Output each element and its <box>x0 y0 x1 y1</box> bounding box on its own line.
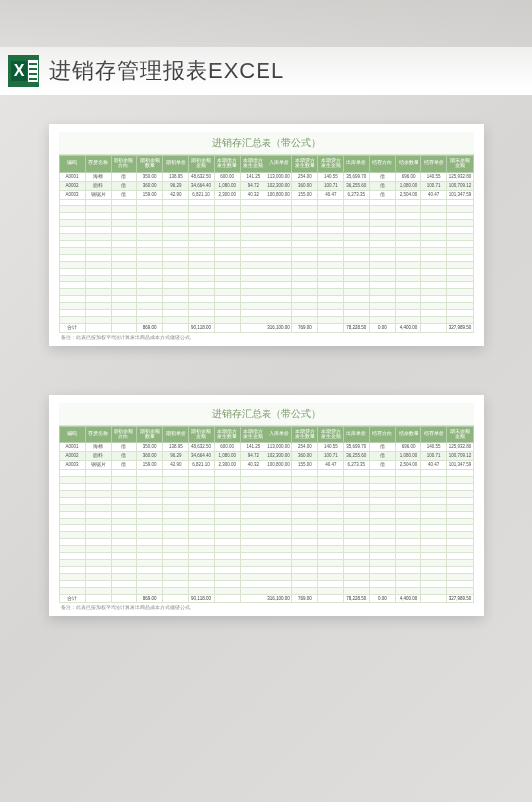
table-cell: 借 <box>369 460 395 469</box>
excel-icon: X <box>8 55 39 87</box>
total-cell: 0.00 <box>369 323 395 332</box>
table-cell: 40.47 <box>318 460 343 469</box>
total-cell <box>163 594 189 602</box>
table-cell: 155.00 <box>292 460 318 469</box>
table-cell: 94.72 <box>240 181 266 190</box>
table-cell: 100.71 <box>421 181 447 190</box>
table-cell: 6,273.35 <box>343 190 369 199</box>
empty-row <box>59 483 473 490</box>
empty-row <box>59 566 473 573</box>
column-header: 入库单价 <box>266 426 292 442</box>
empty-row <box>59 275 473 281</box>
table-cell: 35,699.70 <box>343 172 369 181</box>
empty-row <box>59 573 473 580</box>
column-header: 期初余额金额 <box>189 426 214 442</box>
table-cell: 海棉 <box>85 442 111 451</box>
table-cell: 借 <box>111 181 136 190</box>
total-cell: 327,989.50 <box>447 323 473 332</box>
table-cell: 94.72 <box>240 451 266 460</box>
table-cell: 140.55 <box>421 442 447 451</box>
table-cell: 140.55 <box>421 172 447 181</box>
table-cell: 138.95 <box>163 172 189 181</box>
column-header: 本期贷方发生金额 <box>318 426 343 442</box>
empty-row <box>59 309 473 316</box>
table-cell: 360.00 <box>292 181 318 190</box>
table-cell: 35,699.70 <box>343 442 369 451</box>
table-cell: A0001 <box>59 442 85 451</box>
empty-row <box>59 281 473 288</box>
table-cell: 113,000.00 <box>266 442 292 451</box>
table-cell: 155.00 <box>292 190 318 199</box>
table-cell: 钢锯片 <box>85 460 111 469</box>
table-cell: 1,080.00 <box>395 181 420 190</box>
table-cell: 100,709.12 <box>447 451 473 460</box>
table-cell: A0002 <box>59 181 85 190</box>
empty-row <box>59 233 473 240</box>
empty-row <box>59 205 473 212</box>
excel-icon-letter: X <box>11 61 27 81</box>
table-cell: 101,347.59 <box>447 460 473 469</box>
table-cell: 360.00 <box>137 451 163 460</box>
empty-row <box>59 497 473 504</box>
table-cell: 48,632.50 <box>189 172 214 181</box>
total-cell: 769.00 <box>292 594 318 602</box>
table-cell: 113,000.00 <box>266 172 292 181</box>
table-cell: 696.00 <box>395 172 420 181</box>
total-cell: 869.00 <box>137 323 163 332</box>
column-header: 本期借方发生数量 <box>214 156 240 173</box>
total-cell <box>240 323 266 332</box>
footnote: 备注：此表已按加权平均法计算发出商品成本方式做链公式。 <box>59 603 474 610</box>
total-cell: 4,400.00 <box>395 323 420 332</box>
table-cell: 借 <box>369 190 395 199</box>
table-cell: 面料 <box>85 451 111 460</box>
column-header: 本期借方发生金额 <box>240 156 266 173</box>
table-cell: 1,080.00 <box>214 451 240 460</box>
total-cell: 316,100.00 <box>266 323 292 332</box>
table-cell: 159.00 <box>137 460 163 469</box>
column-header: 结存单价 <box>421 156 447 173</box>
total-row: 合计869.0090,118.00316,100.00769.0078,228.… <box>59 323 473 332</box>
total-cell <box>318 594 343 602</box>
table-cell: 100.71 <box>318 451 343 460</box>
table-cell: 借 <box>111 172 136 181</box>
table-cell: 125,932.80 <box>447 172 473 181</box>
table-cell: 42.90 <box>163 190 189 199</box>
table-cell: 360.00 <box>137 181 163 190</box>
column-header: 期末余额金额 <box>447 156 473 173</box>
table-cell: 借 <box>369 181 395 190</box>
table-cell: 96.29 <box>163 451 189 460</box>
empty-row <box>59 476 473 483</box>
empty-row <box>59 247 473 254</box>
sheet-preview-2: 进销存汇总表（带公式） 编码存货名称期初余额方向期初余额数量期初单价期初余额金额… <box>49 395 484 616</box>
empty-row <box>59 587 473 594</box>
empty-row <box>59 240 473 247</box>
column-header: 结存方向 <box>369 156 395 173</box>
column-header: 出库单价 <box>343 156 369 173</box>
table-cell: A0001 <box>59 172 85 181</box>
total-label: 合计 <box>59 594 85 602</box>
table-cell: 696.00 <box>395 442 420 451</box>
table-cell: 借 <box>369 451 395 460</box>
column-header: 期初余额方向 <box>111 426 136 442</box>
empty-row <box>59 302 473 309</box>
table-cell: 138.95 <box>163 442 189 451</box>
table-cell: 102,300.00 <box>266 451 292 460</box>
total-cell <box>421 594 447 602</box>
total-cell <box>318 323 343 332</box>
empty-row <box>59 524 473 531</box>
total-cell: 4,400.00 <box>395 594 420 602</box>
table-cell: A0003 <box>59 190 85 199</box>
empty-row <box>59 559 473 566</box>
table-cell: 100,800.00 <box>266 190 292 199</box>
column-header: 存货名称 <box>85 426 111 442</box>
table-cell: 254.00 <box>292 172 318 181</box>
total-cell <box>421 323 447 332</box>
table-cell: 40.47 <box>421 190 447 199</box>
table-row: A0002面料借360.0096.2934,664.401,080.0094.7… <box>59 181 473 190</box>
column-header: 本期借方发生数量 <box>214 426 240 442</box>
table-cell: 140.55 <box>318 442 343 451</box>
summary-table: 编码存货名称期初余额方向期初余额数量期初单价期初余额金额本期借方发生数量本期借方… <box>59 155 474 333</box>
table-cell: 6,273.35 <box>343 460 369 469</box>
table-cell: 350.00 <box>137 172 163 181</box>
table-cell: 借 <box>369 172 395 181</box>
